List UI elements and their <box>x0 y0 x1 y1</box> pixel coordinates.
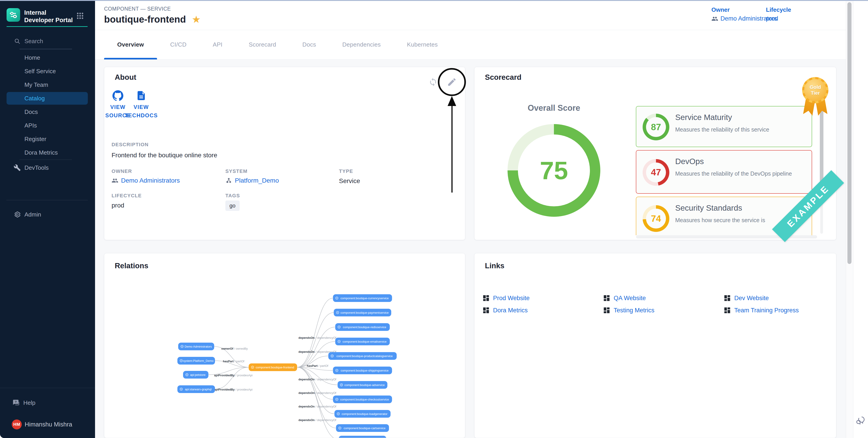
svg-text:dependsOn / dependencyOf: dependsOn / dependencyOf <box>299 336 336 339</box>
relations-node-component-boutique-currencyservice[interactable]: component:boutique-currencyservice <box>333 294 392 302</box>
view-techdocs-button[interactable]: VIEW TECHDOCS <box>124 90 158 120</box>
sidebar-item-docs[interactable]: Docs <box>0 105 95 119</box>
relations-card: Relations ownerOf / ownedByhasPart / par… <box>104 253 465 438</box>
score-donut: 87 <box>643 114 669 140</box>
relations-node-component-boutique-adservice[interactable]: component:boutique-adservice <box>338 381 388 389</box>
type-field-value: Service <box>339 177 360 184</box>
svg-text:component:boutique-frontend: component:boutique-frontend <box>256 366 294 369</box>
sidebar-item-my-team[interactable]: My Team <box>0 78 95 92</box>
svg-text:dependsOn / dependencyOf: dependsOn / dependencyOf <box>299 418 336 422</box>
relations-node-component-boutique-cartservice[interactable]: component:boutique-cartservice <box>336 424 389 432</box>
relations-node-system-platform-demo[interactable]: system:Platform_Demo <box>177 357 215 365</box>
system-field-link[interactable]: Platform_Demo <box>225 177 279 184</box>
gold-tier-badge: Gold Tier <box>802 77 828 125</box>
relations-node-component-boutique-productcatalogservice[interactable]: component:boutique-productcatalogservice <box>328 352 397 360</box>
tab-bar: OverviewCI/CDAPIScorecardDocsDependencie… <box>95 30 846 60</box>
relations-node-component-boutique-shippingservice[interactable]: component:boutique-shippingservice <box>333 367 392 374</box>
scorecard-card: Scorecard Overall Score 75 87Service Mat… <box>474 67 836 240</box>
tags-field-label: TAGS <box>225 193 240 199</box>
tab-kubernetes[interactable]: Kubernetes <box>394 30 451 60</box>
annotation-circle <box>438 68 466 96</box>
score-title: Service Maturity <box>675 113 732 122</box>
header-lifecycle: Lifecycle prod <box>766 6 791 22</box>
tag-chip[interactable]: go <box>225 200 240 211</box>
main-scrollbar-thumb[interactable] <box>847 2 851 264</box>
score-donut: 74 <box>643 205 669 232</box>
overall-score-donut: 75 <box>507 124 600 217</box>
view-techdocs-label: VIEW TECHDOCS <box>124 103 158 120</box>
tab-docs[interactable]: Docs <box>289 30 329 60</box>
refresh-icon[interactable] <box>429 77 438 87</box>
link-team-training-progress[interactable]: Team Training Progress <box>723 305 799 315</box>
relations-node-component-boutique-redisservice[interactable]: component:boutique-redisservice <box>335 323 390 331</box>
svg-text:dependsOn / dependencyOf: dependsOn / dependencyOf <box>299 391 336 395</box>
sidebar-item-apis[interactable]: APIs <box>0 119 95 132</box>
svg-text:dependsOn / dependencyOf: dependsOn / dependencyOf <box>299 378 336 381</box>
scorecard-title: Scorecard <box>485 73 521 81</box>
sidebar-item-label: DevTools <box>25 164 49 171</box>
relations-node-component-boutique-loadgenerator[interactable]: component:boutique-loadgenerator <box>335 410 391 418</box>
sidebar-item-catalog[interactable]: Catalog <box>6 92 88 105</box>
help-chat-icon: ? <box>12 399 20 406</box>
score-card-service-maturity[interactable]: 87Service MaturityMeasures the reliabili… <box>636 106 812 147</box>
link-qa-website[interactable]: QA Website <box>603 293 646 303</box>
dashboard-icon <box>603 306 611 314</box>
relations-node-component-boutique-emailservice[interactable]: component:boutique-emailservice <box>335 338 390 345</box>
svg-text:component:boutique-redisservic: component:boutique-redisservice <box>343 326 386 329</box>
dashboard-icon <box>482 294 490 302</box>
sidebar: Internal Developer Portal Search HomeSel… <box>0 1 95 438</box>
score-description: Measures how secure the service is <box>675 217 765 224</box>
svg-text:ownerOf / ownedBy: ownerOf / ownedBy <box>221 347 248 350</box>
tab-overview[interactable]: Overview <box>104 30 157 60</box>
svg-text:apiProvidedBy / providesApi: apiProvidedBy / providesApi <box>214 374 252 377</box>
relations-node-component-boutique-checkoutservice[interactable]: component:boutique-checkoutservice <box>333 396 392 403</box>
lifecycle-field-label: LIFECYCLE <box>112 193 142 199</box>
tab-ci-cd[interactable]: CI/CD <box>157 30 199 60</box>
sidebar-item-dora-metrics[interactable]: Dora Metrics <box>0 146 95 159</box>
apps-grid-icon[interactable] <box>76 12 84 20</box>
score-donut: 47 <box>643 159 669 186</box>
sidebar-item-devtools[interactable]: DevTools <box>0 161 95 174</box>
sidebar-item-self-service[interactable]: Self Service <box>0 64 95 78</box>
admin-divider <box>6 200 88 200</box>
relations-node-clipped[interactable] <box>339 436 386 438</box>
svg-text:component:boutique-checkoutser: component:boutique-checkoutservice <box>340 398 389 401</box>
svg-text:component:boutique-paymentserv: component:boutique-paymentservice <box>340 311 389 314</box>
sidebar-item-register[interactable]: Register <box>0 132 95 146</box>
svg-text:hasPart / partOf: hasPart / partOf <box>307 364 328 368</box>
wrench-icon <box>13 164 21 171</box>
relations-node-api-petstore[interactable]: api:petstore <box>183 371 208 378</box>
links-card: Links Prod WebsiteQA WebsiteDev WebsiteD… <box>474 253 836 438</box>
lifecycle-field-value: prod <box>112 202 124 209</box>
dashboard-icon <box>723 306 731 314</box>
sidebar-item-home[interactable]: Home <box>0 51 95 64</box>
svg-text:dependsOn / dependencyOf: dependsOn / dependencyOf <box>299 405 336 408</box>
dashboard-icon <box>482 306 490 314</box>
avatar: HM <box>12 419 22 429</box>
sidebar-item-admin[interactable]: Admin <box>0 208 95 221</box>
search-input[interactable]: Search <box>0 36 95 46</box>
owner-field-link[interactable]: Demo Administrators <box>112 177 180 184</box>
tab-dependencies[interactable]: Dependencies <box>329 30 394 60</box>
feedback-chat-icon[interactable] <box>855 415 865 426</box>
link-dev-website[interactable]: Dev Website <box>723 293 769 303</box>
user-menu[interactable]: HM Himanshu Mishra <box>0 418 95 431</box>
tab-api[interactable]: API <box>199 30 236 60</box>
relations-node-component-boutique-frontend[interactable]: component:boutique-frontend <box>249 363 297 371</box>
sidebar-item-help[interactable]: ? Help <box>0 396 95 409</box>
svg-text:?: ? <box>15 400 17 404</box>
links-title: Links <box>485 262 504 270</box>
type-field-label: TYPE <box>339 168 353 174</box>
favorite-star-icon[interactable]: ★ <box>192 13 201 25</box>
overall-score-value: 75 <box>540 156 568 185</box>
link-dora-metrics[interactable]: Dora Metrics <box>482 305 528 315</box>
score-card-devops[interactable]: 47DevOpsMeasures the reliability of the … <box>636 150 812 194</box>
link-prod-website[interactable]: Prod Website <box>482 293 530 303</box>
relations-node-component-boutique-paymentservice[interactable]: component:boutique-paymentservice <box>334 309 391 316</box>
link-testing-metrics[interactable]: Testing Metrics <box>603 305 654 315</box>
relations-node-api-starwars-graphql[interactable]: api:starwars-graphql <box>177 385 215 393</box>
tab-scorecard[interactable]: Scorecard <box>236 30 289 60</box>
dashboard-icon <box>723 294 731 302</box>
github-icon <box>113 90 123 101</box>
relations-node-demo-administrators[interactable]: Demo Administrators <box>178 343 214 350</box>
